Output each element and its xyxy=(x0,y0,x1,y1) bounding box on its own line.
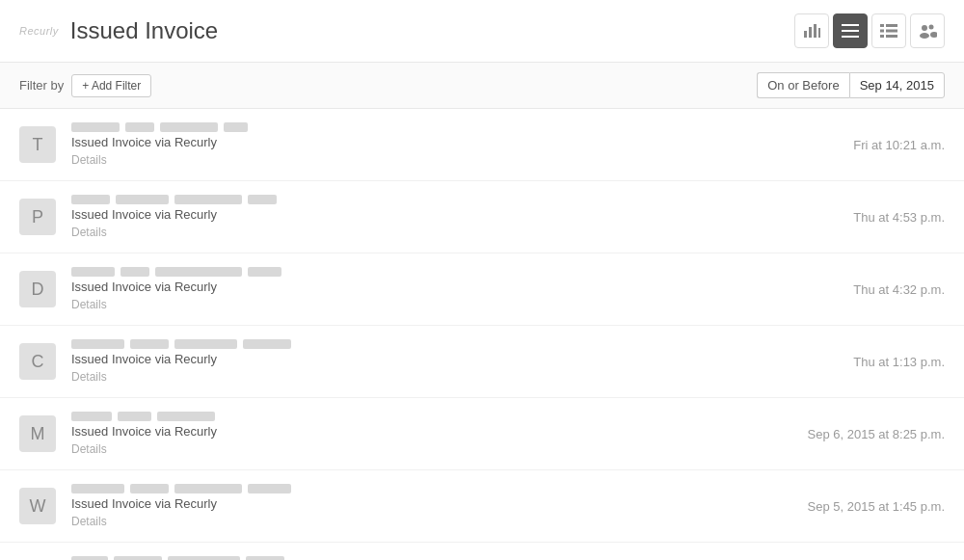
svg-rect-11 xyxy=(880,35,884,38)
svg-rect-9 xyxy=(880,30,884,33)
redacted-block xyxy=(118,412,151,421)
redacted-block xyxy=(130,484,169,493)
redacted-block xyxy=(71,556,108,560)
list-view-button[interactable] xyxy=(871,13,906,48)
item-body: Issued Invoice via RecurlyDetails xyxy=(71,122,838,167)
list-item: TIssued Invoice via RecurlyDetailsSep 5,… xyxy=(0,543,964,560)
avatar: W xyxy=(19,488,56,524)
redacted-block xyxy=(130,339,169,349)
svg-rect-3 xyxy=(818,28,820,38)
svg-rect-0 xyxy=(804,31,807,38)
svg-rect-10 xyxy=(886,30,897,33)
redacted-block xyxy=(174,339,237,349)
item-body: Issued Invoice via RecurlyDetails xyxy=(71,195,838,239)
filter-bar: Filter by + Add Filter On or Before Sep … xyxy=(0,63,964,109)
item-body: Issued Invoice via RecurlyDetails xyxy=(71,412,792,456)
list-icon xyxy=(880,24,897,38)
avatar: D xyxy=(19,271,56,307)
item-timestamp: Thu at 4:53 p.m. xyxy=(853,210,945,225)
item-action-label: Issued Invoice via Recurly xyxy=(71,424,792,439)
redacted-block xyxy=(71,122,120,132)
svg-point-15 xyxy=(929,25,934,30)
header-left: Recurly Issued Invoice xyxy=(19,17,218,44)
header-icon-group xyxy=(794,13,945,48)
list-item: WIssued Invoice via RecurlyDetailsSep 5,… xyxy=(0,470,964,543)
item-details-link[interactable]: Details xyxy=(71,442,107,456)
avatar: P xyxy=(19,199,56,235)
redacted-block xyxy=(224,122,248,132)
chart-view-button[interactable] xyxy=(794,13,829,48)
svg-rect-5 xyxy=(842,30,859,32)
redacted-block xyxy=(114,556,162,560)
people-view-button[interactable] xyxy=(910,13,945,48)
item-action-label: Issued Invoice via Recurly xyxy=(71,207,838,222)
redacted-block xyxy=(71,412,112,421)
item-details-link[interactable]: Details xyxy=(71,226,107,239)
filter-by-label: Filter by xyxy=(19,78,64,93)
svg-rect-2 xyxy=(814,24,817,38)
item-action-label: Issued Invoice via Recurly xyxy=(71,496,792,511)
redacted-name-bar xyxy=(71,195,838,204)
list-detail-icon xyxy=(842,24,859,38)
redacted-block xyxy=(125,122,154,132)
item-details-link[interactable]: Details xyxy=(71,515,107,528)
redacted-block xyxy=(155,267,242,277)
bar-chart-icon xyxy=(803,23,820,39)
redacted-block xyxy=(160,122,218,132)
redacted-block xyxy=(157,412,215,421)
redacted-name-bar xyxy=(71,556,785,560)
item-details-link[interactable]: Details xyxy=(71,298,107,311)
filter-left: Filter by + Add Filter xyxy=(19,74,151,97)
item-timestamp: Thu at 1:13 p.m. xyxy=(853,355,945,369)
item-details-link[interactable]: Details xyxy=(71,153,107,167)
filter-right: On or Before Sep 14, 2015 xyxy=(757,72,945,98)
item-body: Issued Invoice via RecurlyDetails xyxy=(71,484,792,528)
svg-rect-8 xyxy=(886,24,897,27)
item-timestamp: Sep 5, 2015 at 1:45 p.m. xyxy=(808,499,945,514)
on-or-before-label: On or Before xyxy=(757,72,848,98)
redacted-name-bar xyxy=(71,122,838,132)
add-filter-button[interactable]: + Add Filter xyxy=(71,74,151,97)
avatar: C xyxy=(19,343,56,380)
item-body: Issued Invoice via RecurlyDetails xyxy=(71,339,838,384)
svg-point-16 xyxy=(930,32,937,38)
item-body: Issued Invoice via RecurlyDetails xyxy=(71,267,838,311)
list-item: DIssued Invoice via RecurlyDetailsThu at… xyxy=(0,253,964,326)
item-timestamp: Fri at 10:21 a.m. xyxy=(853,138,945,152)
svg-rect-1 xyxy=(809,27,812,38)
list-item: PIssued Invoice via RecurlyDetailsThu at… xyxy=(0,181,964,253)
redacted-block xyxy=(248,267,281,277)
svg-rect-12 xyxy=(886,35,897,38)
avatar: M xyxy=(19,415,56,452)
item-action-label: Issued Invoice via Recurly xyxy=(71,135,838,149)
redacted-block xyxy=(248,484,291,493)
redacted-name-bar xyxy=(71,412,792,421)
list-item: MIssued Invoice via RecurlyDetailsSep 6,… xyxy=(0,398,964,470)
app-logo: Recurly xyxy=(19,25,59,37)
item-action-label: Issued Invoice via Recurly xyxy=(71,280,838,294)
redacted-block xyxy=(248,195,277,204)
page-header: Recurly Issued Invoice xyxy=(0,0,964,63)
item-details-link[interactable]: Details xyxy=(71,370,107,384)
svg-point-14 xyxy=(920,33,929,39)
redacted-block xyxy=(174,484,242,493)
svg-rect-7 xyxy=(880,24,884,27)
date-filter-button[interactable]: Sep 14, 2015 xyxy=(849,72,945,98)
avatar: T xyxy=(19,126,56,163)
redacted-block xyxy=(71,339,124,349)
page-title: Issued Invoice xyxy=(70,17,218,44)
svg-rect-6 xyxy=(842,36,859,38)
list-detail-view-button[interactable] xyxy=(833,13,868,48)
redacted-block xyxy=(168,556,240,560)
redacted-name-bar xyxy=(71,484,792,493)
redacted-block xyxy=(174,195,242,204)
redacted-block xyxy=(71,195,110,204)
svg-point-13 xyxy=(922,25,927,31)
redacted-block xyxy=(243,339,291,349)
svg-rect-4 xyxy=(842,24,859,26)
redacted-name-bar xyxy=(71,267,838,277)
redacted-block xyxy=(120,267,149,277)
item-timestamp: Sep 6, 2015 at 8:25 p.m. xyxy=(808,427,945,441)
item-body: Issued Invoice via RecurlyDetails xyxy=(71,556,785,560)
redacted-name-bar xyxy=(71,339,838,349)
